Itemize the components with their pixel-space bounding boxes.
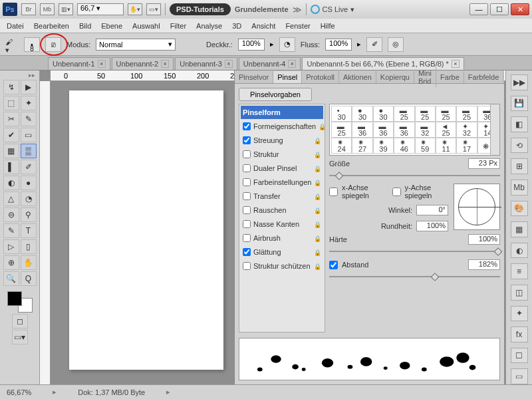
foreground-color[interactable] [7, 291, 22, 306]
dock-icon[interactable]: ▶▶ [511, 74, 528, 90]
tool-item[interactable]: ✎ [3, 223, 19, 238]
tool-item[interactable]: ✂ [3, 112, 19, 126]
document-tab[interactable]: Unbenannt-3× [175, 57, 237, 70]
menu-bild[interactable]: Bild [79, 22, 91, 30]
brush-tip[interactable]: ●30 [352, 106, 372, 122]
dock-icon[interactable]: ⟲ [511, 138, 528, 154]
viewmode-icon[interactable]: ▭▾ [146, 3, 161, 15]
close-tab-icon[interactable]: × [452, 60, 460, 68]
tool-item[interactable]: ✐ [21, 160, 37, 174]
tool-item[interactable]: ● [21, 176, 37, 190]
flow-field[interactable]: 100% [325, 39, 352, 51]
status-flyout2-icon[interactable]: ▸ [158, 388, 178, 396]
menu-filter[interactable]: Filter [170, 22, 186, 30]
toolbox-collapse-icon[interactable]: ▸▸ [1, 72, 38, 78]
status-flyout-icon[interactable]: ▸ [45, 388, 65, 396]
lock-icon[interactable] [319, 123, 326, 130]
workspace-more-icon[interactable]: ≫ [293, 5, 302, 15]
brush-setting-item[interactable]: Struktur [241, 148, 323, 161]
bridge-icon[interactable]: Br [21, 3, 36, 15]
brush-tip[interactable]: ▬25 [415, 106, 436, 122]
menu-fenster[interactable]: Fenster [285, 22, 310, 30]
brush-preview-icon[interactable]: • 8 [24, 37, 40, 52]
brush-presets-button[interactable]: Pinselvorgaben [239, 88, 312, 101]
brush-tip[interactable]: ✷17 [456, 138, 477, 154]
lock-icon[interactable] [314, 193, 321, 200]
tool-item[interactable]: ◐ [3, 176, 19, 190]
roundness-field[interactable]: 100% [416, 221, 448, 231]
tool-item[interactable]: ▶ [21, 80, 37, 94]
tool-item[interactable]: ▷ [3, 239, 19, 254]
dock-icon[interactable]: 🎨 [511, 201, 528, 217]
spacing-checkbox[interactable] [329, 261, 338, 269]
lock-icon[interactable] [314, 235, 321, 242]
tool-item[interactable]: ▭ [21, 128, 37, 142]
hardness-slider[interactable] [329, 247, 500, 257]
brush-tip[interactable]: ▬25 [394, 106, 414, 122]
workspace-pill[interactable]: PSD-Tutorials [170, 3, 231, 15]
scrollbar[interactable] [490, 104, 499, 155]
minibridge-icon[interactable]: Mb [40, 3, 55, 15]
brush-setting-item[interactable]: Struktur schützen [241, 259, 323, 273]
close-tab-icon[interactable]: × [98, 60, 106, 68]
lock-icon[interactable] [314, 207, 321, 214]
tool-item[interactable]: ◔ [21, 192, 37, 206]
tool-item[interactable]: ✦ [21, 96, 37, 110]
tool-item[interactable]: ⚲ [21, 207, 37, 222]
tool-item[interactable]: Q [21, 271, 37, 286]
menu-ansicht[interactable]: Ansicht [251, 22, 275, 30]
flip-x-checkbox[interactable]: x-Achse spiegeln [329, 184, 386, 200]
maximize-button[interactable]: ☐ [490, 3, 509, 15]
document-tab[interactable]: Unbenannt-5 bei 66,7% (Ebene 1, RGB/8) *… [302, 57, 464, 70]
tool-item[interactable]: ↯ [3, 80, 19, 94]
panel-tab-kopierqu[interactable]: Kopierqu [376, 71, 414, 83]
brush-setting-item[interactable]: Streuung [241, 134, 323, 147]
brush-tip[interactable]: ▬25 [331, 122, 352, 138]
minimize-button[interactable]: — [469, 3, 488, 15]
spacing-field[interactable]: 182% [468, 259, 500, 270]
close-tab-icon[interactable]: × [225, 60, 233, 68]
tool-item[interactable]: 🔍 [3, 271, 19, 286]
tool-item[interactable]: ▦ [3, 144, 19, 158]
lock-icon[interactable] [314, 179, 321, 186]
menu-bearbeiten[interactable]: Bearbeiten [34, 22, 69, 30]
brush-tip-grid[interactable]: •30●30●30▬25▬25▬25▬25▬36▬25▬36▬36▬36▬32◄… [329, 104, 500, 156]
document-tab[interactable]: Unbenannt-2× [112, 57, 174, 70]
size-field[interactable]: 23 Px [468, 158, 500, 169]
panel-tab-aktionen[interactable]: Aktionen [339, 71, 376, 83]
hardness-field[interactable]: 100% [468, 234, 500, 245]
lock-icon[interactable] [314, 263, 321, 270]
lock-icon[interactable] [314, 165, 321, 172]
brush-tip[interactable]: ✷39 [373, 138, 394, 154]
mode-dropdown[interactable]: Normal▾ [96, 39, 176, 51]
brush-tip[interactable]: ✷46 [394, 138, 414, 154]
dock-icon[interactable]: ☐ [511, 348, 528, 364]
brush-setting-item[interactable]: Glättung [241, 245, 323, 259]
close-button[interactable]: ✕ [511, 3, 529, 15]
tool-item[interactable]: ⊕ [3, 255, 19, 270]
panel-tab-farbe[interactable]: Farbe [436, 71, 464, 83]
dock-icon[interactable]: ◫ [511, 285, 528, 301]
spacing-slider[interactable] [329, 273, 500, 282]
brush-setting-item[interactable]: Airbrush [241, 231, 323, 245]
document-tab[interactable]: Unbenannt-1× [48, 57, 110, 70]
brush-tip[interactable]: ✷11 [436, 138, 456, 154]
brush-tip[interactable]: ▬36 [352, 122, 372, 138]
tool-item[interactable]: T [21, 223, 37, 238]
hand-icon[interactable]: ✋▾ [128, 3, 142, 15]
angle-control[interactable] [454, 184, 500, 230]
brush-setting-item[interactable]: Rauschen [241, 203, 323, 217]
lock-icon[interactable] [314, 221, 321, 228]
dock-icon[interactable]: 💾 [511, 96, 528, 112]
brush-tip[interactable]: ▬32 [415, 122, 436, 138]
opacity-field[interactable]: 100% [238, 39, 265, 51]
flip-y-checkbox[interactable]: y-Achse spiegeln [392, 184, 449, 200]
close-tab-icon[interactable]: × [161, 60, 169, 68]
brush-tip[interactable]: ▬36 [394, 122, 414, 138]
tool-item[interactable]: ⊖ [3, 207, 19, 222]
brush-tip[interactable]: ✷27 [352, 138, 372, 154]
color-swatches[interactable] [7, 291, 33, 313]
dock-icon[interactable]: ◐ [511, 243, 528, 259]
tool-item[interactable]: ✎ [21, 112, 37, 126]
document-canvas[interactable] [69, 90, 223, 370]
